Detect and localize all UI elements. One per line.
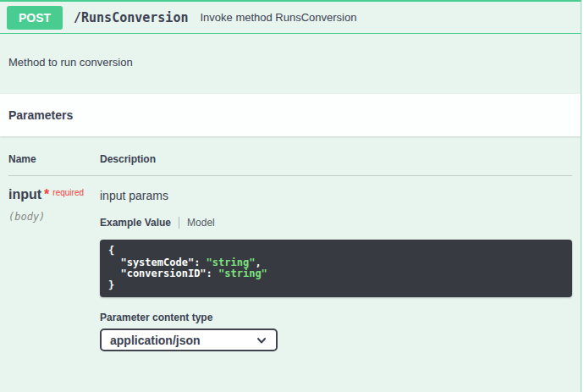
parameter-content-type-label: Parameter content type bbox=[100, 312, 572, 323]
chevron-down-icon bbox=[256, 334, 267, 346]
json-line-open: { bbox=[108, 246, 564, 257]
operation-summary-header[interactable]: POST /RunsConversion Invoke method RunsC… bbox=[0, 2, 581, 34]
content-type-select[interactable]: application/json bbox=[100, 329, 278, 351]
json-line-systemcode: "systemCode": "string", bbox=[108, 257, 564, 269]
required-asterisk: * bbox=[44, 187, 49, 202]
parameter-name-cell: input*required (body) bbox=[8, 187, 100, 351]
operation-path: /RunsConversion bbox=[74, 10, 188, 25]
required-label: required bbox=[52, 188, 84, 197]
example-json-block: { "systemCode": "string", "conversionID"… bbox=[100, 240, 572, 297]
operation-summary-text: Invoke method RunsConversion bbox=[200, 11, 356, 24]
json-line-close: } bbox=[108, 280, 564, 292]
operation-description-text: Method to run conversion bbox=[8, 56, 133, 69]
parameter-location: (body) bbox=[8, 211, 100, 223]
parameters-table: Name Description input*required (body) i… bbox=[0, 136, 581, 392]
parameter-name-text: input bbox=[8, 187, 41, 202]
swagger-operation-screen: POST /RunsConversion Invoke method RunsC… bbox=[0, 0, 584, 392]
parameters-section-header: Parameters bbox=[0, 94, 581, 136]
parameters-title: Parameters bbox=[8, 108, 572, 122]
column-header-description: Description bbox=[100, 153, 572, 165]
parameter-name: input*required bbox=[8, 187, 100, 202]
http-method-badge: POST bbox=[7, 6, 63, 30]
parameter-description-cell: input params Example Value Model { "syst… bbox=[100, 187, 572, 351]
json-line-conversionid: "conversionID": "string" bbox=[108, 268, 564, 280]
content-type-selected-value: application/json bbox=[110, 334, 201, 347]
example-model-tabs: Example Value Model bbox=[100, 217, 572, 229]
tab-model[interactable]: Model bbox=[187, 217, 215, 229]
tab-divider bbox=[179, 217, 179, 229]
column-header-name: Name bbox=[8, 153, 100, 165]
parameters-table-header-row: Name Description bbox=[8, 153, 572, 176]
operation-block-post: POST /RunsConversion Invoke method RunsC… bbox=[0, 0, 581, 392]
tab-example-value[interactable]: Example Value bbox=[100, 217, 171, 229]
parameter-row-input: input*required (body) input params Examp… bbox=[8, 176, 572, 351]
parameter-description-text: input params bbox=[100, 189, 572, 202]
operation-description: Method to run conversion bbox=[0, 34, 581, 94]
